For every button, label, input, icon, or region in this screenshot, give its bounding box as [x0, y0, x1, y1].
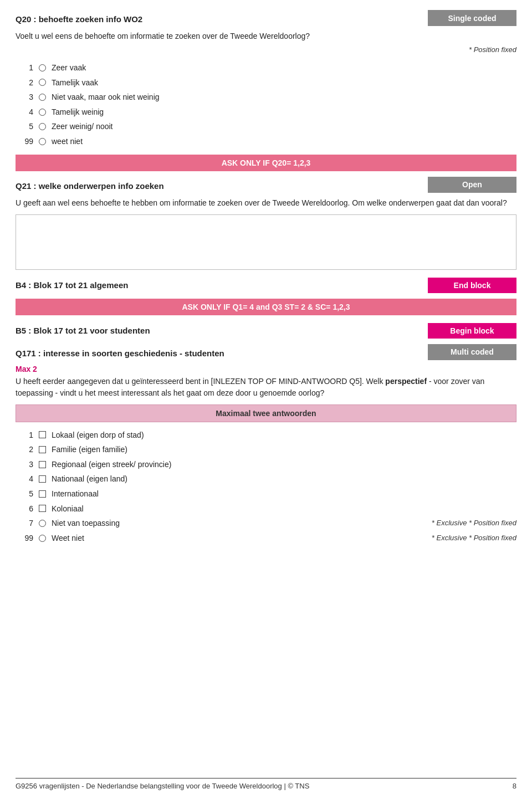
q171-badge: Multi coded: [428, 344, 516, 360]
circle-icon: [39, 94, 46, 101]
q21-open-answer-box[interactable]: [16, 214, 516, 270]
circle-icon: [39, 79, 46, 86]
b5-block-row: B5 : Blok 17 tot 21 voor studenten Begin…: [16, 323, 516, 339]
square-icon: [39, 505, 46, 512]
circle-icon: [39, 520, 46, 527]
square-icon: [39, 475, 46, 483]
q171-header-row: Q171 : interesse in soorten geschiedenis…: [16, 344, 516, 360]
circle-icon: [39, 109, 46, 116]
square-icon: [39, 490, 46, 498]
q20-options: 1 Zeer vaak 2 Tamelijk vaak 3 Niet vaak,…: [21, 60, 516, 149]
b5-badge: Begin block: [428, 323, 516, 339]
ask-only-q1-bar: ASK ONLY IF Q1= 4 and Q3 ST= 2 & SC= 1,2…: [16, 299, 516, 315]
q171-subtext1: U heeft eerder aangegeven dat u geïntere…: [16, 377, 385, 386]
square-icon: [39, 431, 46, 438]
list-item: 3 Regionaal (eigen streek/ provincie): [21, 457, 516, 472]
exclusive-note-99: * Exclusive * Position fixed: [432, 531, 516, 545]
page: Q20 : behoefte zoeken info WO2 Single co…: [0, 0, 532, 799]
q21-title: Q21 : welke onderwerpen info zoeken: [16, 177, 428, 193]
q21-subtext: U geeft aan wel eens behoefte te hebben …: [16, 197, 516, 209]
footer-page: 8: [513, 782, 516, 790]
list-item: 2 Tamelijk vaak: [21, 75, 516, 90]
max-answers-bar: Maximaal twee antwoorden: [16, 404, 516, 422]
list-item: 3 Niet vaak, maar ook niet weinig: [21, 90, 516, 105]
b4-block-row: B4 : Blok 17 tot 21 algemeen End block: [16, 278, 516, 293]
q171-subtext: U heeft eerder aangegeven dat u geïntere…: [16, 376, 516, 399]
list-item: 1 Lokaal (eigen dorp of stad): [21, 428, 516, 443]
footer-text: G9256 vragenlijsten - De Nederlandse bel…: [16, 782, 309, 790]
list-item: 2 Familie (eigen familie): [21, 442, 516, 457]
b5-title: B5 : Blok 17 tot 21 voor studenten: [16, 326, 428, 335]
circle-icon: [39, 535, 46, 542]
list-item: 99 weet niet: [21, 134, 516, 149]
list-item: 99 Weet niet * Exclusive * Position fixe…: [21, 531, 516, 546]
exclusive-note-7: * Exclusive * Position fixed: [432, 516, 516, 530]
circle-icon: [39, 123, 46, 130]
list-item: 5 Zeer weinig/ nooit: [21, 119, 516, 134]
q21-header-row: Q21 : welke onderwerpen info zoeken Open: [16, 177, 516, 193]
q171-max-label: Max 2: [16, 365, 516, 373]
list-item: 1 Zeer vaak: [21, 60, 516, 75]
ask-only-q20-bar: ASK ONLY IF Q20= 1,2,3: [16, 155, 516, 171]
q20-position-fixed: * Position fixed: [469, 45, 516, 54]
q21-badge: Open: [428, 177, 516, 193]
q20-header-row: Q20 : behoefte zoeken info WO2 Single co…: [16, 10, 516, 26]
square-icon: [39, 446, 46, 453]
q20-subtext: Voelt u wel eens de behoefte om informat…: [16, 30, 516, 42]
q171-title: Q171 : interesse in soorten geschiedenis…: [16, 344, 428, 360]
b4-badge: End block: [428, 278, 516, 293]
circle-icon: [39, 138, 46, 145]
list-item: 4 Nationaal (eigen land): [21, 472, 516, 486]
square-icon: [39, 461, 46, 468]
q171-options: 1 Lokaal (eigen dorp of stad) 2 Familie …: [21, 428, 516, 546]
b4-title: B4 : Blok 17 tot 21 algemeen: [16, 280, 428, 290]
list-item: 6 Koloniaal: [21, 501, 516, 516]
footer: G9256 vragenlijsten - De Nederlandse bel…: [16, 778, 516, 790]
q20-title: Q20 : behoefte zoeken info WO2: [16, 10, 428, 26]
list-item: 5 Internationaal: [21, 486, 516, 501]
q171-subtext-bold: perspectief: [385, 377, 427, 386]
q20-badge: Single coded: [428, 10, 516, 26]
list-item: 4 Tamelijk weinig: [21, 105, 516, 120]
list-item: 7 Niet van toepassing * Exclusive * Posi…: [21, 516, 516, 531]
circle-icon: [39, 64, 46, 71]
